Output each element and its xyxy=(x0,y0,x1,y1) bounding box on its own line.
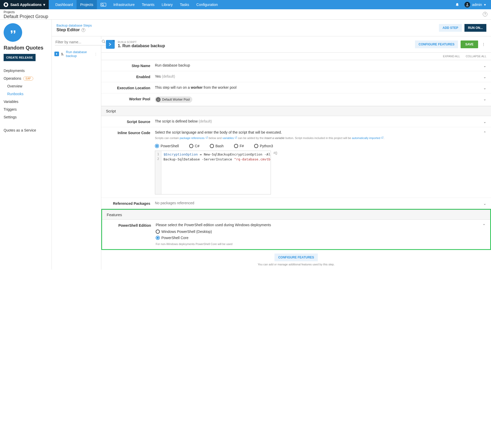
nav-projects[interactable]: Projects xyxy=(77,0,97,9)
variables-link[interactable]: variables xyxy=(222,136,234,140)
avatar-icon xyxy=(464,2,470,7)
bell-icon[interactable] xyxy=(455,2,459,7)
sidebar-item-deployments[interactable]: Deployments xyxy=(4,67,48,75)
section-header-script: Script xyxy=(101,106,491,116)
radio-python3[interactable]: Python3 xyxy=(254,144,273,148)
row-execution-location[interactable]: Execution Location This step will run on… xyxy=(101,82,491,93)
run-on-button[interactable]: RUN ON... xyxy=(464,24,486,32)
code-editor[interactable]: 12 $EncryptionOption = New-SqlBackupEncr… xyxy=(155,151,271,194)
page-title: Step Editor xyxy=(56,27,80,32)
chevron-down-icon: ⌄ xyxy=(483,97,486,101)
sidebar-item-runbooks[interactable]: Runbooks xyxy=(4,90,48,98)
user-name: admin xyxy=(472,3,482,7)
breadcrumb-group[interactable]: Default Project Group xyxy=(4,14,487,19)
save-button[interactable]: SAVE xyxy=(461,40,478,48)
svg-point-3 xyxy=(467,3,468,5)
search-icon xyxy=(102,39,106,44)
auto-imported-link[interactable]: automatically imported xyxy=(352,136,380,140)
detail-column: RUN A SCRIPT 1. Run database backup CONF… xyxy=(101,36,491,270)
chevron-down-icon: ⌄ xyxy=(483,86,486,90)
help-icon[interactable]: ? xyxy=(483,12,487,17)
step-name: Run database backup xyxy=(66,50,91,58)
row-referenced-packages[interactable]: Referenced Packages No packages referenc… xyxy=(101,198,491,209)
chevron-down-icon: ⌄ xyxy=(483,120,486,124)
top-bar: SaaS Applications ▾ Dashboard Projects I… xyxy=(0,0,491,9)
project-logo xyxy=(4,23,22,42)
help-icon[interactable]: ? xyxy=(81,28,85,32)
nav-configuration[interactable]: Configuration xyxy=(193,0,221,9)
worker-pool-pill: ◫Default Worker Pool xyxy=(155,96,192,103)
eap-badge: EAP xyxy=(23,77,33,80)
radio-windows-powershell[interactable]: Windows PowerShell (Desktop) xyxy=(156,230,486,234)
main-area: Backup database Steps Step Editor? ADD S… xyxy=(52,20,491,270)
inline-desc: Select the script language and enter the… xyxy=(155,130,486,134)
pool-icon: ◫ xyxy=(156,97,161,102)
svg-point-4 xyxy=(102,40,104,42)
configure-features-button[interactable]: CONFIGURE FEATURES xyxy=(274,254,318,261)
row-script-source[interactable]: Script Source The script is defined belo… xyxy=(101,116,491,127)
breadcrumb-root[interactable]: Projects xyxy=(4,10,487,14)
space-icon xyxy=(4,2,8,7)
configure-features-button[interactable]: CONFIGURE FEATURES xyxy=(415,40,458,48)
chevron-up-icon[interactable]: ⌃ xyxy=(482,223,486,227)
collapse-all-button[interactable]: COLLAPSE ALL xyxy=(466,55,486,58)
step-number: 1. xyxy=(61,52,64,56)
row-inline-source: Inline Source Code Select the script lan… xyxy=(101,127,491,198)
sidebar-item-variables[interactable]: Variables xyxy=(4,98,48,105)
script-icon xyxy=(106,40,115,49)
sidebar: Random Quotes CREATE RELEASE Deployments… xyxy=(0,20,52,270)
sidebar-tagline: Quotes as a Service xyxy=(4,128,48,132)
space-selector[interactable]: SaaS Applications ▾ xyxy=(0,0,49,9)
language-radios: PowerShell C# Bash F# Python3 xyxy=(155,144,486,148)
radio-csharp[interactable]: C# xyxy=(189,144,199,148)
svg-point-1 xyxy=(102,4,103,6)
package-references-link[interactable]: package references xyxy=(180,136,205,140)
user-menu[interactable]: admin ▾ xyxy=(464,2,486,7)
step-type-label: RUN A SCRIPT xyxy=(118,41,165,44)
caret-down-icon: ▾ xyxy=(484,3,486,7)
breadcrumb-bar: Projects Default Project Group ? xyxy=(0,9,491,19)
row-enabled[interactable]: Enabled Yes (default) ⌄ xyxy=(101,71,491,82)
breadcrumb-link[interactable]: Backup database Steps xyxy=(56,23,92,27)
radio-powershell-core[interactable]: PowerShell Core xyxy=(156,236,486,240)
top-nav: Dashboard Projects Infrastructure Tenant… xyxy=(52,0,221,9)
nav-dashboard[interactable]: Dashboard xyxy=(52,0,77,9)
sidebar-item-settings[interactable]: Settings xyxy=(4,113,48,121)
project-title: Random Quotes xyxy=(4,45,48,51)
space-name: SaaS Applications xyxy=(10,3,42,7)
filter-input[interactable] xyxy=(55,39,106,45)
step-list-item[interactable]: 1. Run database backup ⋮ xyxy=(52,48,101,60)
sidebar-item-operations[interactable]: OperationsEAP xyxy=(4,75,48,82)
chevron-down-icon: ⌄ xyxy=(483,75,486,79)
svg-line-5 xyxy=(104,42,105,43)
ps-edition-note: For non-Windows deployments PowerShell C… xyxy=(156,242,486,246)
chevron-down-icon: ⌄ xyxy=(483,201,486,206)
section-header-features: Features xyxy=(102,210,490,220)
radio-powershell[interactable]: PowerShell xyxy=(155,144,179,148)
sidebar-item-triggers[interactable]: Triggers xyxy=(4,105,48,113)
row-step-name[interactable]: Step Name Run database backup ⌄ xyxy=(101,60,491,71)
ps-edition-desc: Please select the PowerShell edition use… xyxy=(156,223,486,227)
nav-tasks[interactable]: Tasks xyxy=(176,0,193,9)
insert-variable-button[interactable]: #{} xyxy=(273,151,277,155)
svg-line-2 xyxy=(103,5,104,6)
more-icon[interactable]: ⋮ xyxy=(93,51,98,57)
inline-note: Scripts can contain package references b… xyxy=(155,136,486,140)
step-title: 1. Run database backup xyxy=(118,44,165,48)
radio-fsharp[interactable]: F# xyxy=(234,144,244,148)
search-icon[interactable] xyxy=(97,0,110,9)
nav-tenants[interactable]: Tenants xyxy=(138,0,158,9)
chevron-up-icon[interactable]: ⌃ xyxy=(483,131,486,135)
features-note: You can add or manage additional feature… xyxy=(105,263,487,266)
radio-bash[interactable]: Bash xyxy=(210,144,224,148)
more-icon[interactable]: ⋮ xyxy=(481,41,486,47)
row-worker-pool[interactable]: Worker Pool ◫Default Worker Pool ⌄ xyxy=(101,93,491,106)
expand-all-button[interactable]: EXPAND ALL xyxy=(443,55,460,58)
features-highlight: Features PowerShell Edition Please selec… xyxy=(101,209,491,250)
sidebar-item-overview[interactable]: Overview xyxy=(4,82,48,90)
nav-library[interactable]: Library xyxy=(158,0,176,9)
create-release-button[interactable]: CREATE RELEASE xyxy=(4,54,36,61)
row-powershell-edition: PowerShell Edition Please select the Pow… xyxy=(102,220,490,249)
nav-infrastructure[interactable]: Infrastructure xyxy=(110,0,138,9)
add-step-button[interactable]: ADD STEP xyxy=(439,24,462,32)
